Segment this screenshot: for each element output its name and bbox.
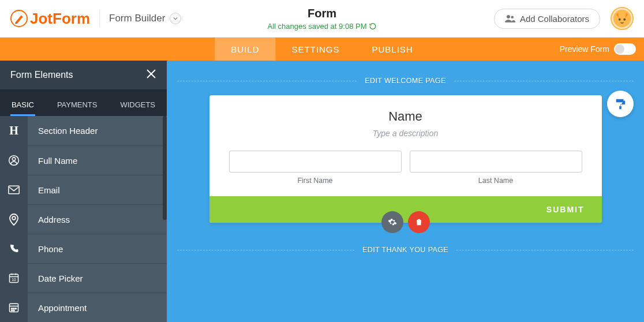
svg-point-4 <box>619 18 621 21</box>
sidebar-item-label: Email <box>28 185 60 195</box>
gear-icon <box>388 218 397 227</box>
last-name-label: Last Name <box>410 177 582 185</box>
dashed-divider <box>177 81 357 81</box>
thank-you-page-hint[interactable]: EDIT THANK YOU PAGE <box>362 246 448 254</box>
element-date-picker[interactable]: 10 Date Picker <box>0 263 167 293</box>
element-appointment[interactable]: Appointment <box>0 293 167 322</box>
question-settings-button[interactable] <box>381 211 403 233</box>
svg-point-3 <box>613 10 631 28</box>
heading-icon: H <box>0 116 28 145</box>
tab-settings[interactable]: SETTINGS <box>275 38 355 61</box>
last-name-input[interactable] <box>410 151 582 173</box>
preview-form-control: Preview Form <box>560 43 636 55</box>
submit-button[interactable]: SUBMIT <box>546 205 585 214</box>
phone-icon <box>0 234 28 263</box>
add-collaborators-label: Add Collaborators <box>520 14 589 24</box>
sidebar-item-label: Phone <box>28 244 63 254</box>
pencil-icon <box>10 10 28 27</box>
dashed-divider <box>456 250 634 250</box>
avatar[interactable] <box>611 7 634 30</box>
svg-point-9 <box>12 158 16 161</box>
dashed-divider <box>454 81 634 81</box>
element-address[interactable]: Address <box>0 204 167 234</box>
save-status: All changes saved at 9:08 PM <box>268 22 367 31</box>
svg-point-2 <box>511 16 514 19</box>
location-icon <box>0 205 28 234</box>
primary-nav: BUILD SETTINGS PUBLISH Preview Form <box>0 38 644 61</box>
sidebar-tab-payments[interactable]: PAYMENTS <box>46 92 109 116</box>
document-title[interactable]: Form <box>268 7 377 20</box>
form-canvas: EDIT WELCOME PAGE Name Type a descriptio… <box>167 61 644 322</box>
element-email[interactable]: Email <box>0 175 167 204</box>
question-description[interactable]: Type a description <box>229 129 582 138</box>
email-icon <box>0 175 28 204</box>
sidebar-item-label: Appointment <box>28 303 87 313</box>
brand-logo[interactable]: JotForm <box>10 10 90 28</box>
svg-point-23 <box>13 310 14 311</box>
person-icon <box>0 146 28 175</box>
trash-icon <box>414 218 424 227</box>
close-icon[interactable] <box>146 69 156 81</box>
sidebar-title: Form Elements <box>10 70 73 80</box>
sidebar-element-list: H Section Header Full Name Email Address… <box>0 116 167 322</box>
svg-point-11 <box>12 216 16 220</box>
tab-publish[interactable]: PUBLISH <box>356 38 429 61</box>
document-title-block: Form All changes saved at 9:08 PM <box>268 7 377 31</box>
svg-point-21 <box>15 308 16 309</box>
tab-build[interactable]: BUILD <box>215 38 275 61</box>
element-full-name[interactable]: Full Name <box>0 145 167 175</box>
question-title[interactable]: Name <box>229 109 582 124</box>
brand-name: JotForm <box>30 10 90 28</box>
svg-rect-10 <box>9 186 19 193</box>
sidebar-tabs: BASIC PAYMENTS WIDGETS <box>0 89 167 116</box>
sidebar-item-label: Full Name <box>28 156 77 166</box>
form-card[interactable]: Name Type a description First Name Last … <box>209 95 602 223</box>
sidebar-item-label: Date Picker <box>28 274 83 283</box>
question-delete-button[interactable] <box>408 211 430 233</box>
chevron-down-icon[interactable] <box>170 13 181 24</box>
svg-point-1 <box>507 15 510 18</box>
sidebar-tab-basic[interactable]: BASIC <box>0 92 46 116</box>
svg-point-20 <box>13 308 14 309</box>
add-collaborators-button[interactable]: Add Collaborators <box>494 9 600 29</box>
builder-mode-label: Form Builder <box>109 13 165 24</box>
svg-point-22 <box>12 310 13 311</box>
schedule-icon <box>0 293 28 322</box>
sidebar-item-label: Section Header <box>28 126 98 136</box>
dashed-divider <box>177 250 354 250</box>
preview-toggle[interactable] <box>614 43 636 55</box>
people-icon <box>505 14 515 23</box>
avatar-cat-icon <box>612 9 632 28</box>
first-name-input[interactable] <box>229 151 402 173</box>
history-icon[interactable] <box>369 23 377 30</box>
svg-text:10: 10 <box>12 278 16 282</box>
app-header: JotForm Form Builder Form All changes sa… <box>0 0 644 38</box>
sidebar-item-label: Address <box>28 215 70 224</box>
welcome-page-hint[interactable]: EDIT WELCOME PAGE <box>365 77 445 85</box>
sidebar-scrollbar[interactable] <box>163 116 167 220</box>
calendar-icon: 10 <box>0 264 28 293</box>
divider <box>99 10 100 27</box>
element-section-header[interactable]: H Section Header <box>0 116 167 145</box>
svg-point-19 <box>12 308 13 309</box>
first-name-label: First Name <box>229 177 402 185</box>
builder-mode[interactable]: Form Builder <box>109 13 181 24</box>
sidebar-tab-widgets[interactable]: WIDGETS <box>108 92 167 116</box>
form-elements-sidebar: Form Elements BASIC PAYMENTS WIDGETS H S… <box>0 61 167 322</box>
preview-form-label: Preview Form <box>560 44 609 54</box>
svg-point-5 <box>623 18 626 21</box>
element-phone[interactable]: Phone <box>0 234 167 263</box>
